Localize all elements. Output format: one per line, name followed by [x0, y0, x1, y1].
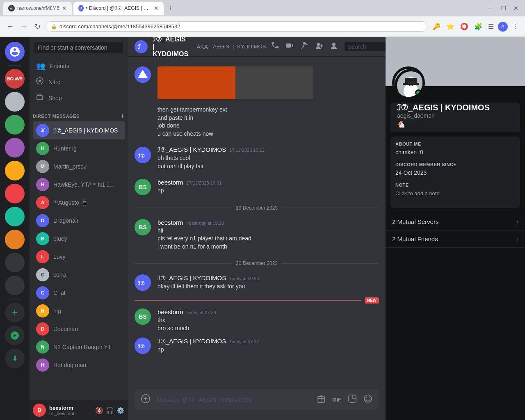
sidebar-toggle[interactable]: ☰	[486, 21, 495, 32]
msg-author-6: beestorm	[158, 308, 183, 315]
add-dm-button[interactable]: +	[121, 112, 125, 120]
server-6[interactable]	[5, 184, 25, 203]
user-settings-button[interactable]: ⚙️	[116, 406, 125, 414]
server-3[interactable]	[5, 115, 25, 135]
message-group-3: BS beestorm 17/12/2023 16:01 np	[135, 177, 379, 197]
msg-avatar-3: BS	[135, 179, 151, 195]
shop-nav-item[interactable]: Shop	[33, 90, 125, 106]
close-button[interactable]: ✕	[510, 3, 522, 13]
browser-tab-narrow[interactable]: n narrow.one/#M8M6 ✕	[3, 2, 72, 15]
mute-button[interactable]: 🔇	[95, 406, 103, 414]
discord-home-icon[interactable]	[5, 42, 25, 62]
dm-avatar-martin: M	[36, 160, 49, 173]
note-input[interactable]: Click to add a note	[395, 190, 515, 196]
bookmark-button[interactable]: 🔑	[431, 21, 442, 32]
dm-item-augusto[interactable]: A ᴺ¹Augusto 📱	[33, 194, 125, 212]
dm-name-hunter: Hunter ig	[53, 145, 77, 152]
browser-controls: ← → ↻ 🔒 discord.com/channels/@me/1185543…	[0, 16, 525, 37]
msg-content-3: beestorm 17/12/2023 16:01 np	[158, 179, 379, 195]
menu-button[interactable]: ⋮	[510, 21, 520, 32]
dm-item-cat[interactable]: C C_at	[33, 284, 125, 302]
dm-item-hotdog[interactable]: H Hot dog man	[33, 356, 125, 374]
msg-avatar-5: ℐ⑦	[135, 274, 151, 291]
dm-item-nig[interactable]: N nig	[33, 302, 125, 320]
mutual-friends-chevron: ›	[516, 235, 518, 242]
dm-item-kydoimos[interactable]: ⚔ ℐ⑦_AEGIS | KYDOIMOS	[33, 121, 125, 139]
friends-nav-item[interactable]: 👥 Friends	[33, 58, 125, 74]
server-bgows[interactable]: BGoWS	[5, 69, 25, 89]
new-tab-button[interactable]: +	[165, 2, 176, 14]
msg-author-7: ℐ⑦_AEGIS | KYDOIMOS	[158, 338, 226, 345]
server-8[interactable]	[5, 230, 25, 249]
minimize-button[interactable]: —	[484, 3, 497, 13]
dm-name-luvy: Luvy	[53, 253, 66, 260]
server-5[interactable]	[5, 161, 25, 180]
browser-tab-discord[interactable]: D • Discord | @ℐ⑦_AEGIS | KYDOIM… ✕	[73, 2, 164, 15]
deafen-button[interactable]: 🎧	[106, 406, 114, 414]
refresh-button[interactable]: ↻	[33, 21, 42, 33]
server-2[interactable]	[5, 92, 25, 112]
dm-item-luvy[interactable]: L Luvy	[33, 248, 125, 266]
emoji-button[interactable]	[362, 389, 374, 410]
pin-button[interactable]	[300, 41, 308, 52]
gif-button[interactable]: GIF	[331, 392, 343, 408]
server-9[interactable]	[5, 253, 25, 272]
note-title: NOTE	[395, 183, 515, 187]
restore-button[interactable]: ❐	[498, 3, 509, 13]
profile-button[interactable]: A	[498, 22, 508, 32]
dm-avatar-hawkeye: H	[36, 178, 49, 191]
phone-call-button[interactable]	[271, 41, 279, 52]
dm-item-hawkeye[interactable]: H HawkEye..YT/ᵗʰᵉ N1 J...	[33, 176, 125, 194]
narrow-tab-close[interactable]: ✕	[62, 5, 67, 11]
aka-label: AKA	[196, 43, 208, 50]
mutual-servers-item[interactable]: 2 Mutual Servers ›	[386, 213, 525, 230]
channel-name: ℐ⑦_AEGIS | KYDOIMOS	[153, 35, 188, 58]
messages-scroll[interactable]: then get tampermonkey ext and paste it i…	[128, 57, 386, 389]
discord-app: BGoWS + ⬇ Find or start a conversation 👥…	[0, 37, 525, 420]
dm-item-dragonair[interactable]: D Dragonair	[33, 212, 125, 230]
extensions-button[interactable]: 🧩	[472, 21, 484, 32]
add-attachment-button[interactable]	[139, 389, 152, 410]
svg-point-26	[369, 397, 370, 398]
dm-name-docoman: Docoman	[53, 326, 78, 332]
dm-avatar-bluey: B	[36, 232, 49, 245]
address-bar[interactable]: 🔒 discord.com/channels/@me/1185543962585…	[46, 21, 427, 32]
find-conversation-input[interactable]: Find or start a conversation	[34, 42, 123, 53]
msg-avatar-6: BS	[135, 308, 151, 325]
dm-item-n1captain[interactable]: N N1 Captain Ranger YT	[33, 338, 125, 356]
dm-item-hunter[interactable]: H Hunter ig	[33, 139, 125, 158]
msg-ts-5: Today at 00:58	[229, 276, 259, 281]
dm-item-docoman[interactable]: D Docoman	[33, 320, 125, 338]
msg-avatar-2: ℐ⑦	[135, 147, 151, 163]
svg-point-25	[366, 397, 367, 398]
browser-tabs: n narrow.one/#M8M6 ✕ D • Discord | @ℐ⑦_A…	[0, 0, 525, 16]
server-7[interactable]	[5, 207, 25, 226]
dm-item-corra[interactable]: C corra	[33, 266, 125, 284]
add-server-button[interactable]: +	[5, 303, 25, 322]
explore-button[interactable]	[5, 326, 25, 345]
dm-item-bluey[interactable]: B bluey	[33, 230, 125, 248]
message-text-input[interactable]	[157, 392, 310, 408]
message-group-image	[135, 63, 379, 103]
discord-tab-close[interactable]: ✕	[154, 5, 159, 11]
dm-item-martin[interactable]: M Martin_prsc↙	[33, 158, 125, 176]
sticker-button[interactable]	[346, 389, 358, 410]
dm-name-bluey: bluey	[53, 235, 67, 242]
gift-button[interactable]	[315, 389, 327, 410]
forward-button[interactable]: →	[19, 21, 30, 32]
chat-area: ℐ ℐ⑦_AEGIS | KYDOIMOS AKA AEGIS | KYDOIM…	[128, 37, 386, 420]
server-4[interactable]	[5, 138, 25, 158]
server-10[interactable]	[5, 276, 25, 295]
dm-name-nig: nig	[53, 308, 61, 314]
nitro-nav-item[interactable]: Nitro	[33, 74, 125, 90]
add-friend-button[interactable]	[315, 41, 323, 52]
back-button[interactable]: ←	[5, 21, 16, 32]
msg-text-7: np	[158, 346, 379, 354]
star-button[interactable]: ⭐	[445, 21, 456, 32]
opera-button[interactable]: ⭕	[459, 21, 470, 32]
user-profile-button[interactable]	[330, 41, 338, 52]
mutual-friends-item[interactable]: 2 Mutual Friends ›	[386, 231, 525, 247]
video-call-button[interactable]	[285, 41, 294, 52]
download-icon[interactable]: ⬇	[5, 349, 25, 368]
messages-container: then get tampermonkey ext and paste it i…	[128, 57, 386, 364]
